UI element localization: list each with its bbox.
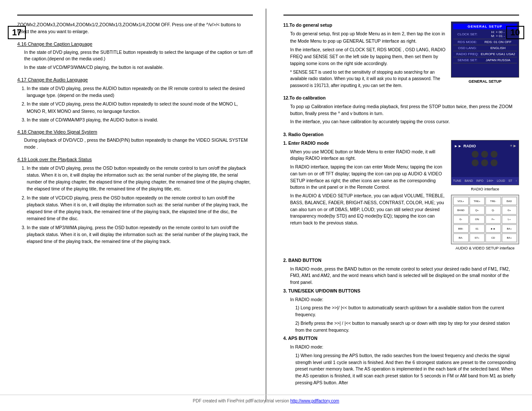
footer-link[interactable]: http://www.pdffactory.com — [290, 399, 339, 403]
setup-row-sense: SENSE SET: JAPAN RUSSIA — [453, 57, 517, 63]
item-11-section: GENERAL SETUP CLOCK SET: H: + 00 -M: + 0… — [283, 22, 520, 90]
setup-row-radio: RADIO FREQ: EUROPE USA1 USA2 — [453, 51, 517, 57]
footer-text: PDF created with FinePrint pdfFactory tr… — [193, 399, 290, 403]
radio-item-4-title-strong: 4. APS BUTTON — [283, 336, 317, 341]
section-416-p2: In the state of VCD/MP3/WMA/CD playing, … — [17, 64, 253, 71]
item-12-section: 12.To do calibration To pop up Calibrati… — [283, 95, 520, 125]
radio-icon: ►► — [454, 144, 462, 148]
radio-nav-7: ↑ — [516, 179, 517, 182]
av-btn-14: 01 — [470, 224, 485, 233]
radio-item-2-p1: In RADIO mode, press the BAND button on … — [283, 266, 520, 286]
item-11-title-strong: 11.To do general setup — [283, 22, 333, 28]
radio-item-4-sub1: 1) When long pressing the APS button, th… — [283, 352, 520, 386]
av-btn-1: VOL+ — [453, 197, 469, 205]
av-btn-18: ST+ — [470, 234, 485, 242]
section-419-item-3: In the state of MP3/WMA playing, press t… — [27, 224, 253, 245]
radio-btn-1 — [472, 151, 479, 158]
av-btn-17: BA- — [453, 234, 469, 242]
radio-item-4-subtitle: In RADIO mode: — [283, 344, 520, 351]
section-418-title: 4.18 Change the Video Signal System — [17, 129, 253, 134]
radio-nav-5: LOUD — [497, 179, 505, 182]
setup-val-rds: RDS: 01 ON OFF — [480, 40, 516, 44]
setup-key-sense: SENSE SET: — [454, 58, 480, 62]
av-btn-16: BA+ — [502, 224, 517, 233]
radio-item-1: ►► RADIO ☀ ▶ TUN — [283, 140, 520, 254]
setup-val-osd: ENGLISH — [480, 46, 516, 50]
section-3: 3. Radio Operation ►► RADIO ☀ ▶ — [283, 131, 520, 386]
radio-interface-image: ►► RADIO ☀ ▶ TUN — [451, 140, 519, 185]
radio-btn-4 — [472, 159, 479, 166]
av-btn-13: BRI- — [453, 224, 469, 233]
radio-nav-4: 144+ — [487, 179, 494, 182]
radio-item-1-title-strong: 1. Enter RADIO mode — [283, 140, 329, 146]
section-416: 4.16 Change the Caption Language In the … — [17, 41, 253, 71]
av-btn-19: CD — [485, 234, 501, 242]
item-12-title: 12.To do calibration — [283, 95, 520, 102]
footer: PDF created with FinePrint pdfFactory tr… — [0, 395, 532, 403]
section-418-p1: During playback of DVD/VCD , press the B… — [17, 137, 253, 151]
page-number-right: 10 — [506, 26, 524, 39]
setup-key-osd: OSD LANG: — [454, 46, 480, 50]
section-417: 4.17 Change the Audio Language In the st… — [17, 77, 253, 123]
section-417-item-2: In the state of VCD playing, press the A… — [27, 100, 253, 115]
setup-val-sense: JAPAN RUSSIA — [480, 58, 516, 62]
setup-key-clock: CLOCK SET: — [454, 32, 480, 36]
av-btn-15: ►► — [485, 224, 501, 233]
radio-item-3-subtitle: In RADIO mode: — [283, 296, 520, 303]
av-btn-9: G- — [453, 215, 469, 224]
radio-nav-2: BAND — [464, 179, 473, 182]
radio-nav-3: INFO — [476, 179, 483, 182]
av-btn-4: BAD — [502, 197, 517, 205]
setup-val-radio: EUROPE USA1 USA2 — [480, 52, 516, 56]
audio-video-setup-image: VOL+ TRE+ TRE- BAD BAND Q+ Q- G+ G- ON F… — [451, 195, 519, 244]
radio-title-bar: ►► RADIO ☀ ▶ — [451, 144, 519, 148]
radio-bottom-bar: TUNE BAND INFO 144+ LOUD ST ↑ — [451, 177, 519, 185]
setup-row-osd: OSD LANG: ENGLISH — [453, 45, 517, 51]
av-btn-20: BA+ — [502, 234, 517, 242]
section-3-title: 3. Radio Operation — [283, 131, 520, 138]
radio-img-label: RADIO interface — [451, 187, 519, 191]
audio-video-img-label: AUDIO & VIDEO SETUP interface — [451, 246, 519, 250]
item-12-p2: In the interface, you can have calibrati… — [283, 118, 520, 125]
section-419-item-1: In the state of DVD playing, press the O… — [27, 165, 253, 193]
radio-item-4-title: 4. APS BUTTON — [283, 335, 520, 342]
section-419: 4.19 Look over the Playback Status In th… — [17, 157, 253, 245]
item-12-p1: To pop up Calibration interface during m… — [283, 103, 520, 117]
section-419-item-2: In the state of VCD/CD playing, press th… — [27, 194, 253, 222]
audio-video-image-wrapper: VOL+ TRE+ TRE- BAD BAND Q+ Q- G+ G- ON F… — [451, 195, 519, 250]
page-number-left: 17 — [8, 26, 26, 39]
av-btn-5: BAND — [453, 206, 469, 214]
radio-btn-6 — [491, 159, 498, 166]
setup-key-radio: RADIO FREQ: — [454, 52, 480, 56]
section-419-list: In the state of DVD playing, press the O… — [17, 165, 253, 245]
left-column: ZOOMx2,ZOOMx3,ZOOMx4,ZOOMx1/2,ZOOMx1/3,Z… — [0, 9, 266, 402]
av-btn-10: ON — [470, 215, 485, 224]
radio-btn-3 — [491, 151, 498, 158]
av-btn-6: Q+ — [470, 206, 485, 214]
right-column: GENERAL SETUP CLOCK SET: H: + 00 -M: + 0… — [266, 9, 532, 402]
radio-item-3-title-strong: 3. TUNE/SEEK UP/DOWN BUTTONS — [283, 288, 361, 293]
section-417-item-1: In the state of DVD playing, press the A… — [27, 85, 253, 99]
intro-section: ZOOMx2,ZOOMx3,ZOOMx4,ZOOMx1/2,ZOOMx1/3,Z… — [17, 22, 253, 35]
intro-text: ZOOMx2,ZOOMx3,ZOOMx4,ZOOMx1/2,ZOOMx1/3,Z… — [17, 22, 253, 35]
radio-title-text: RADIO — [464, 144, 476, 148]
av-btn-12: L+ — [502, 215, 517, 224]
av-btn-3: TRE- — [485, 197, 501, 205]
section-419-title: 4.19 Look over the Playback Status — [17, 157, 253, 162]
radio-item-2-title-strong: 2. BAND BUTTON — [283, 258, 321, 263]
radio-item-3-sub1: 1) Long press the >>|/ |<< button to aut… — [283, 305, 520, 318]
av-btn-7: Q- — [485, 206, 501, 214]
radio-item-3-title: 3. TUNE/SEEK UP/DOWN BUTTONS — [283, 288, 520, 295]
section-417-title: 4.17 Change the Audio Language — [17, 77, 253, 82]
av-btn-8: G+ — [502, 206, 517, 214]
radio-nav-1: TUNE — [453, 179, 461, 182]
radio-item-3-sub2: 2) Briefly press the >>| / |<< button to… — [283, 320, 520, 334]
section-416-title: 4.16 Change the Caption Language — [17, 41, 253, 47]
section-417-item-3: In the state of CD/WMA/MP3 playing, the … — [27, 116, 253, 123]
section-417-list: In the state of DVD playing, press the A… — [17, 85, 253, 123]
radio-item-2-title: 2. BAND BUTTON — [283, 257, 520, 264]
radio-btn-5 — [481, 159, 488, 166]
radio-interface-image-area: ►► RADIO ☀ ▶ TUN — [451, 140, 519, 250]
radio-icons-right: ☀ ▶ — [510, 144, 516, 148]
radio-btn-2 — [481, 151, 488, 158]
